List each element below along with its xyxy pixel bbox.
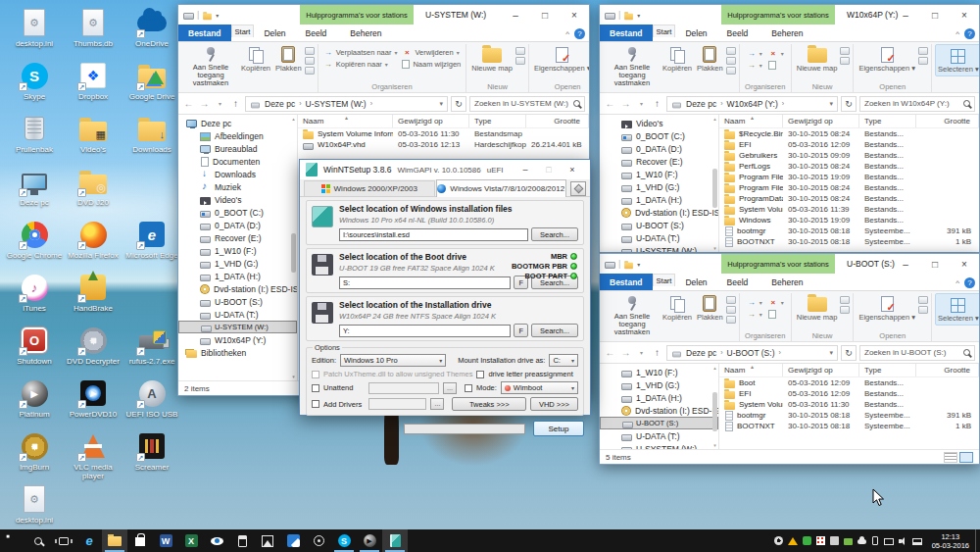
sidebar-item-u-system-w-[interactable]: U-SYSTEM (W:) <box>178 321 297 333</box>
help-icon[interactable]: ? <box>964 28 975 39</box>
mode-select[interactable]: Wimboot▾ <box>501 381 578 394</box>
delete-button[interactable]: ×▾ <box>768 298 784 307</box>
quick-access-folder-icon[interactable] <box>203 13 212 19</box>
move-to-button[interactable]: →▾ <box>747 298 762 307</box>
sidebar-item-1-w10-f-[interactable]: 1_W10 (F:) <box>600 366 718 378</box>
sidebar-item-recover-e-[interactable]: Recover (E:) <box>600 155 718 168</box>
tab-windows-2000-xp-2003[interactable]: Windows 2000/XP/2003 <box>304 180 435 196</box>
new-folder-button[interactable]: Nieuwe map <box>795 44 840 75</box>
taskbar-calculator-button[interactable] <box>229 529 255 552</box>
show-desktop-button[interactable] <box>975 529 980 552</box>
file-row-efi[interactable]: EFI 05-03-2016 12:09Bestands... <box>719 388 979 399</box>
tab-beheren[interactable]: Beheren <box>761 274 812 290</box>
search-input[interactable]: Zoeken in U-SYSTEM (W:) <box>469 96 585 112</box>
breadcrumb[interactable]: Deze pc›W10x64P (Y:)› ▾ <box>666 96 838 112</box>
taskbar-skype-button[interactable]: S <box>331 529 357 552</box>
refresh-button[interactable]: ↻ <box>451 96 466 112</box>
sidebar-item-downloads[interactable]: Downloads <box>178 168 297 180</box>
collapse-ribbon-icon[interactable]: ^ <box>956 278 959 287</box>
sidebar-item-u-data-t-[interactable]: U-DATA (T:) <box>178 308 297 321</box>
rename-button[interactable] <box>768 310 784 319</box>
scrollbar-thumb[interactable] <box>712 392 717 431</box>
easy-access-icon[interactable] <box>515 57 525 65</box>
move-to-button[interactable]: →Verplaatsen naar▾ <box>323 48 398 57</box>
search-input[interactable]: Zoeken in W10x64P (Y:) <box>859 96 975 112</box>
desktop-icon-itunes[interactable]: ♪↗ iTunes <box>6 273 63 313</box>
column-header-type[interactable]: Type <box>859 364 916 376</box>
sidebar-item-deze-pc[interactable]: Deze pc <box>178 117 297 129</box>
new-folder-button[interactable]: Nieuwe map <box>795 293 840 324</box>
quick-access-folder-icon[interactable] <box>624 262 633 268</box>
file-row-windows[interactable]: Windows 30-10-2015 19:09Bestands... <box>719 215 979 226</box>
tab-delen[interactable]: Delen <box>675 25 716 41</box>
back-button[interactable]: ← <box>604 347 616 358</box>
file-row-bootnxt[interactable]: BOOTNXT 30-10-2015 08:18Systeembe...1 kB <box>719 421 979 431</box>
tray-doc-icon[interactable] <box>830 536 839 545</box>
file-row-efi[interactable]: EFI 05-03-2016 12:09Bestands... <box>719 139 979 150</box>
new-item-icon[interactable] <box>840 296 850 304</box>
sidebar-item-u-data-t-[interactable]: U-DATA (T:) <box>600 429 718 442</box>
paste-shortcut-icon[interactable] <box>726 67 736 75</box>
sidebar-item-0-data-d-[interactable]: 0_DATA (D:) <box>600 142 718 155</box>
vhd-button[interactable]: VHD >>> <box>530 397 578 411</box>
dialog-close-button[interactable]: × <box>561 165 584 175</box>
file-row-perflogs[interactable]: PerfLogs 30-10-2015 08:24Bestands... <box>719 161 979 172</box>
desktop-icon-powerdvd10[interactable]: ▶↗ PowerDVD10 <box>65 378 122 419</box>
copy-path-icon[interactable] <box>726 306 736 314</box>
copy-to-button[interactable]: →▾ <box>747 61 762 70</box>
address-dropdown-icon[interactable]: ▾ <box>829 100 833 108</box>
taskbar-snip-button[interactable] <box>280 529 306 552</box>
search-input[interactable]: Zoeken in U-BOOT (S:) <box>859 345 975 361</box>
tab-beeld[interactable]: Beeld <box>296 25 337 41</box>
back-button[interactable]: ← <box>182 98 195 109</box>
select-button[interactable]: Selecteren ▾ <box>935 44 979 76</box>
taskbar-viewer-button[interactable] <box>204 529 229 552</box>
column-header-naam[interactable]: Naam▴ <box>719 115 783 127</box>
desktop-icon-rufus-2-7-exe[interactable]: ↗ rufus-2.7.exe <box>123 326 180 366</box>
desktop-icon-platinum[interactable]: ▶↗ Platinum <box>6 378 63 419</box>
select-button[interactable]: Selecteren ▾ <box>935 293 979 326</box>
file-row-w10x64p-vhd[interactable]: W10x64P.vhd 05-03-2016 12:13Hardeschijfk… <box>298 139 589 150</box>
file-row--recycle-bin[interactable]: $Recycle.Bin 30-10-2015 08:24Bestands... <box>719 128 979 139</box>
recent-locations-icon[interactable]: ▾ <box>635 349 648 356</box>
setup-button[interactable]: Setup <box>533 421 584 436</box>
paste-button[interactable]: Plakken <box>273 44 304 75</box>
desktop-icon-downloads[interactable]: ↓ Downloads <box>123 114 180 154</box>
copy-path-icon[interactable] <box>726 57 736 65</box>
drive-letter-checkbox[interactable] <box>476 371 484 378</box>
taskbar-task-view-button[interactable] <box>51 529 76 552</box>
recent-locations-icon[interactable]: ▾ <box>635 100 648 107</box>
sidebar-item-1-vhd-g-[interactable]: 1_VHD (G:) <box>600 180 718 193</box>
boot-drive-input[interactable]: S: <box>339 276 511 289</box>
unattend-browse-button[interactable]: ... <box>443 382 457 394</box>
minimize-button[interactable]: – <box>501 5 530 25</box>
unattend-checkbox[interactable] <box>312 384 319 392</box>
desktop-icon-handbrake[interactable]: ↗ HandBrake <box>65 273 122 313</box>
quick-access-customize-icon[interactable]: ▾ <box>637 261 640 268</box>
copy-button[interactable]: Kopiëren <box>661 293 694 324</box>
rename-button[interactable]: Naam wijzigen <box>402 60 461 69</box>
desktop-icon-video-s[interactable]: ▦ Video's <box>65 114 122 154</box>
properties-button[interactable]: Eigenschappen ▾ <box>857 44 917 75</box>
sidebar-item-0-boot-c-[interactable]: 0_BOOT (C:) <box>600 129 718 142</box>
window-titlebar[interactable]: | ▾ Hulpprogramma's voor stations U-SYST… <box>178 5 589 25</box>
column-header-gewijzigd-op[interactable]: Gewijzigd op <box>393 115 469 127</box>
tray-monitor-icon[interactable] <box>884 538 894 545</box>
installation-drive-format-button[interactable]: F <box>514 324 528 337</box>
taskbar-file-explorer-button[interactable] <box>102 529 127 552</box>
scheme-button[interactable] <box>570 181 586 196</box>
mount-drive-select[interactable]: C:▾ <box>549 354 578 367</box>
delete-button[interactable]: ×▾ <box>768 49 784 58</box>
column-header-type[interactable]: Type <box>469 115 526 127</box>
maximize-button[interactable]: □ <box>920 5 950 25</box>
desktop-icon-uefi-iso-usb[interactable]: A↗ UEFI ISO USB <box>123 378 180 419</box>
search-installation-drive-button[interactable]: Search... <box>531 324 578 337</box>
close-button[interactable]: × <box>950 254 979 274</box>
sidebar-item-1-data-h-[interactable]: 1_DATA (H:) <box>178 270 297 282</box>
close-button[interactable]: × <box>950 5 979 25</box>
tab-windows-vista-7-8-10[interactable]: Windows Vista/7/8/10/2008/2012 <box>436 179 567 197</box>
address-dropdown-icon[interactable]: ▾ <box>829 349 833 357</box>
help-icon[interactable]: ? <box>574 28 585 39</box>
desktop-icon-microsoft-edge[interactable]: e↗ Microsoft Edge <box>123 220 180 260</box>
desktop-icon-thumbs-db[interactable]: ⚙ Thumbs.db <box>65 8 122 48</box>
